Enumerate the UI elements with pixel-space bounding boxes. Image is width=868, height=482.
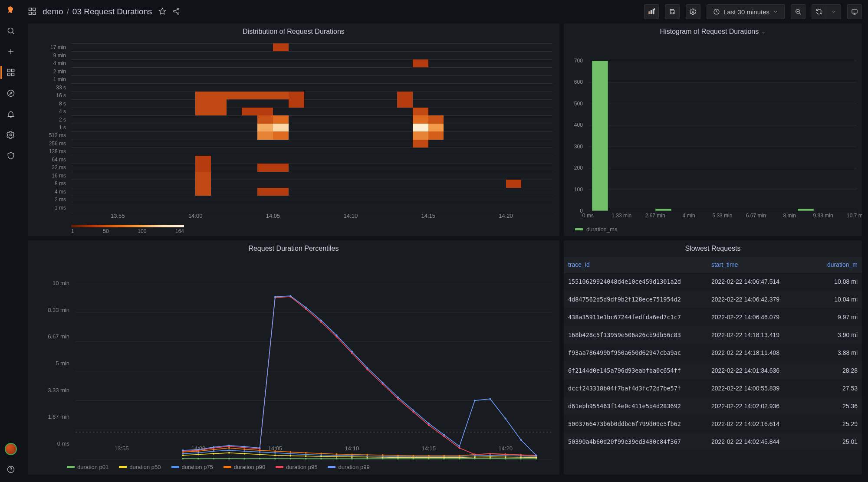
- heatmap-cell[interactable]: [195, 164, 211, 171]
- histogram-bar[interactable]: [798, 209, 814, 211]
- panel-heatmap[interactable]: Distribution of Request Durations 17 min…: [28, 23, 559, 236]
- heatmap-cell[interactable]: [195, 180, 211, 187]
- add-panel-button[interactable]: +: [644, 4, 659, 19]
- heatmap-cell[interactable]: [257, 131, 273, 139]
- help-icon[interactable]: [0, 463, 21, 476]
- legend-item[interactable]: duration p90: [224, 464, 265, 470]
- histogram-bar[interactable]: [655, 209, 671, 211]
- histogram-plot[interactable]: [588, 61, 857, 211]
- heatmap-cell[interactable]: [413, 140, 428, 148]
- panel-slowest-requests[interactable]: Slowest Requests trace_id start_time dur…: [564, 240, 862, 475]
- table-row[interactable]: d61ebb955463f14e0c411e5b4d2836922022-02-…: [564, 397, 862, 415]
- shield-icon[interactable]: [0, 149, 21, 162]
- refresh-interval-button[interactable]: [826, 4, 841, 19]
- plus-icon[interactable]: [0, 45, 21, 58]
- legend-item[interactable]: duration p01: [67, 464, 108, 470]
- heatmap-cell[interactable]: [413, 124, 428, 131]
- compass-icon[interactable]: [0, 87, 21, 100]
- time-range-picker[interactable]: Last 30 minutes: [707, 4, 785, 19]
- heatmap-cell[interactable]: [195, 108, 211, 115]
- dashboards-icon[interactable]: [0, 66, 21, 79]
- settings-button[interactable]: [686, 4, 700, 19]
- table-row[interactable]: 6f2144d0e145a796d93eabfba0c654ff2022-02-…: [564, 361, 862, 379]
- bell-icon[interactable]: [0, 108, 21, 121]
- legend-item[interactable]: duration p99: [328, 464, 369, 470]
- column-header-duration[interactable]: duration_m: [798, 261, 858, 268]
- heatmap-cell[interactable]: [195, 156, 211, 164]
- series-line[interactable]: [183, 296, 536, 455]
- heatmap-cell[interactable]: [397, 92, 413, 99]
- heatmap-cell[interactable]: [257, 188, 273, 196]
- heatmap-cell[interactable]: [257, 115, 273, 123]
- percentile-plot[interactable]: [76, 283, 552, 459]
- heatmap-cell[interactable]: [289, 92, 304, 99]
- table-row[interactable]: f93aa786499bf950a650d62947cba9ac2022-02-…: [564, 344, 862, 361]
- dashboards-home-icon[interactable]: [28, 7, 36, 17]
- panel-percentiles[interactable]: Request Duration Percentiles 0 ms1.67 mi…: [28, 240, 559, 475]
- cycle-view-button[interactable]: [847, 4, 862, 19]
- heatmap-cell[interactable]: [428, 124, 444, 131]
- table-row[interactable]: dccf243318b04f7baf4d3fc72d7be57f2022-02-…: [564, 379, 862, 397]
- refresh-button[interactable]: [812, 4, 826, 19]
- table-row[interactable]: 168b428c5f13959e506a26cb9db56c832022-02-…: [564, 326, 862, 344]
- heatmap-cell[interactable]: [211, 99, 227, 107]
- heatmap-cell[interactable]: [195, 92, 211, 99]
- panel-histogram[interactable]: Histogram of Request Durations⌄ 01002003…: [564, 23, 862, 236]
- heatmap-cell[interactable]: [428, 131, 444, 139]
- column-header-trace-id[interactable]: trace_id: [568, 261, 711, 268]
- heatmap-cell[interactable]: [211, 92, 227, 99]
- heatmap-cell[interactable]: [257, 108, 273, 115]
- legend-item[interactable]: duration p50: [119, 464, 161, 470]
- histogram-bar[interactable]: [592, 61, 608, 211]
- series-line[interactable]: [183, 297, 536, 456]
- heatmap-cell[interactable]: [273, 124, 289, 131]
- heatmap-cell[interactable]: [289, 99, 304, 107]
- heatmap-cell[interactable]: [428, 115, 444, 123]
- heatmap-cell[interactable]: [273, 164, 289, 171]
- heatmap-cell[interactable]: [195, 99, 211, 107]
- heatmap-cell[interactable]: [506, 180, 522, 187]
- heatmap-cell[interactable]: [413, 131, 428, 139]
- avatar[interactable]: [5, 443, 17, 455]
- table-row[interactable]: 4d847562d5d9df9b2f128ece751954d22022-02-…: [564, 290, 862, 308]
- zoom-out-button[interactable]: [791, 4, 806, 19]
- heatmap-cell[interactable]: [257, 92, 273, 99]
- heatmap-cell[interactable]: [273, 131, 289, 139]
- legend-item[interactable]: duration p75: [171, 464, 213, 470]
- heatmap-cell[interactable]: [257, 164, 273, 171]
- grafana-logo[interactable]: [4, 3, 17, 16]
- gear-icon[interactable]: [0, 128, 21, 141]
- star-icon[interactable]: [158, 7, 166, 16]
- panel-title[interactable]: Request Duration Percentiles: [28, 240, 559, 257]
- panel-title[interactable]: Distribution of Request Durations: [28, 23, 559, 40]
- heatmap-cell[interactable]: [273, 115, 289, 123]
- heatmap-cell[interactable]: [195, 188, 211, 196]
- heatmap-cell[interactable]: [242, 92, 257, 99]
- panel-title[interactable]: Slowest Requests: [564, 240, 862, 257]
- search-icon[interactable]: [0, 24, 21, 37]
- table-row[interactable]: 5003766473b6b0ddbe6f799d09e5fb622022-02-…: [564, 415, 862, 433]
- heatmap-cell[interactable]: [227, 92, 242, 99]
- heatmap-cell[interactable]: [397, 99, 413, 107]
- breadcrumb-page[interactable]: 03 Request Durations: [72, 7, 152, 16]
- heatmap-cell[interactable]: [413, 115, 428, 123]
- heatmap-cell[interactable]: [273, 92, 289, 99]
- heatmap-cell[interactable]: [242, 108, 257, 115]
- column-header-start-time[interactable]: start_time: [711, 261, 798, 268]
- heatmap-cell[interactable]: [413, 59, 428, 67]
- share-icon[interactable]: [172, 7, 180, 16]
- table-row[interactable]: 50390a4b60d20f99e39ed3480c84f3672022-02-…: [564, 433, 862, 450]
- heatmap-cell[interactable]: [273, 188, 289, 196]
- heatmap-cell[interactable]: [195, 172, 211, 180]
- legend-item[interactable]: duration p95: [276, 464, 317, 470]
- heatmap-plot[interactable]: [71, 43, 552, 212]
- save-button[interactable]: [665, 4, 680, 19]
- breadcrumb-folder[interactable]: demo: [43, 7, 63, 16]
- table-row[interactable]: 438a35911e1bc67244fedfda6ed7c1c72022-02-…: [564, 308, 862, 326]
- panel-title[interactable]: Histogram of Request Durations⌄: [564, 23, 862, 40]
- heatmap-cell[interactable]: [257, 124, 273, 131]
- heatmap-cell[interactable]: [273, 43, 289, 51]
- heatmap-cell[interactable]: [413, 108, 428, 115]
- heatmap-cell[interactable]: [211, 108, 227, 115]
- table-row[interactable]: 15510629924048d4e10ce459d1301a2d2022-02-…: [564, 272, 862, 290]
